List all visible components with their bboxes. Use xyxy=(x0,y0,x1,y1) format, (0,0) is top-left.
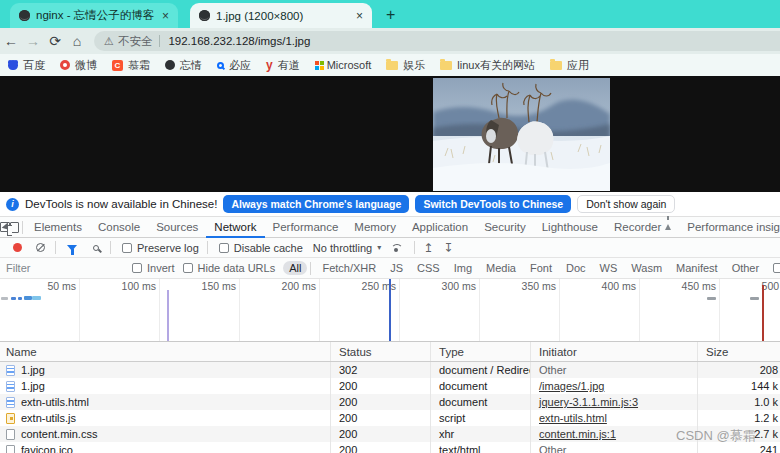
filter-funnel-icon[interactable] xyxy=(67,245,77,251)
table-row[interactable]: 1.jpg 200 document /images/1.jpg 144 k xyxy=(0,378,780,394)
bookmark-csdn[interactable]: C慕霜 xyxy=(112,58,150,73)
always-match-language-button[interactable]: Always match Chrome's language xyxy=(223,195,409,213)
tab-application[interactable]: Application xyxy=(404,217,476,238)
import-har-icon[interactable]: ↥ xyxy=(423,241,433,255)
tab-close-icon[interactable]: × xyxy=(162,9,169,23)
bookmark-weibo[interactable]: 微博 xyxy=(60,58,97,73)
hide-data-urls-checkbox[interactable] xyxy=(183,263,193,273)
request-status: 200 xyxy=(330,426,430,442)
request-name: 1.jpg xyxy=(21,380,45,392)
invert-checkbox[interactable] xyxy=(132,263,142,273)
device-toolbar-button[interactable] xyxy=(10,222,19,233)
reindeer-photo[interactable] xyxy=(433,78,610,191)
pill-media[interactable]: Media xyxy=(480,261,522,275)
search-icon[interactable] xyxy=(93,245,99,251)
request-initiator-link[interactable]: jquery-3.1.1.min.js:3 xyxy=(539,396,638,408)
pill-img[interactable]: Img xyxy=(448,261,478,275)
bookmark-youdao[interactable]: y有道 xyxy=(266,58,300,73)
tab-strip: nginx - 忘情公子的博客 × 1.jpg (1200×800) × + xyxy=(0,0,780,28)
new-tab-button[interactable]: + xyxy=(386,6,395,24)
column-header-initiator[interactable]: Initiator xyxy=(530,342,697,361)
tab-sources[interactable]: Sources xyxy=(148,217,206,238)
column-header-name[interactable]: Name xyxy=(0,346,330,358)
table-row[interactable]: extn-utils.js 200 script extn-utils.html… xyxy=(0,410,780,426)
pill-doc[interactable]: Doc xyxy=(560,261,592,275)
table-row[interactable]: extn-utils.html 200 document jquery-3.1.… xyxy=(0,394,780,410)
bookmark-microsoft[interactable]: Microsoft xyxy=(315,59,372,71)
switch-to-chinese-button[interactable]: Switch DevTools to Chinese xyxy=(415,195,571,213)
pill-fetch-xhr[interactable]: Fetch/XHR xyxy=(316,261,382,275)
timeline-tick: 400 ms xyxy=(560,279,640,341)
bookmark-baidu[interactable]: 百度 xyxy=(8,58,45,73)
column-header-size[interactable]: Size xyxy=(697,342,780,361)
tab-performance-insights[interactable]: Performance insights xyxy=(679,217,780,238)
url-text[interactable]: 192.168.232.128/imgs/1.jpg xyxy=(168,35,310,47)
hide-data-urls-label: Hide data URLs xyxy=(198,262,276,274)
bookmark-wangqing[interactable]: 忘情 xyxy=(165,58,202,73)
table-row[interactable]: favicon.ico 200 text/html Other 241 xyxy=(0,442,780,453)
tab-console[interactable]: Console xyxy=(90,217,148,238)
page-viewport xyxy=(0,76,780,192)
forward-button[interactable]: → xyxy=(22,33,44,49)
request-name: content.min.css xyxy=(21,428,97,440)
request-status: 200 xyxy=(330,410,430,426)
bookmark-folder-linux[interactable]: linux有关的网站 xyxy=(440,58,535,73)
has-blocked-cookies-checkbox[interactable] xyxy=(773,263,780,273)
tab-lighthouse[interactable]: Lighthouse xyxy=(534,217,606,238)
document-icon xyxy=(6,365,15,376)
waterfall-bar xyxy=(18,297,22,300)
invert-label: Invert xyxy=(147,262,175,274)
reload-button[interactable]: ⟳ xyxy=(44,33,66,49)
bookmark-label: 慕霜 xyxy=(128,58,150,73)
request-initiator-link[interactable]: content.min.js:1 xyxy=(539,428,616,440)
tab-network[interactable]: Network xyxy=(206,217,264,238)
tab-recorder[interactable]: Recorder xyxy=(606,217,679,238)
home-button[interactable]: ⌂ xyxy=(66,33,88,49)
request-name: extn-utils.html xyxy=(21,396,89,408)
request-initiator-link[interactable]: /images/1.jpg xyxy=(539,380,604,392)
tab-elements[interactable]: Elements xyxy=(26,217,90,238)
pill-manifest[interactable]: Manifest xyxy=(670,261,724,275)
throttling-select[interactable]: No throttling xyxy=(313,242,372,254)
address-bar[interactable]: ⚠ 不安全 192.168.232.128/imgs/1.jpg xyxy=(94,31,780,51)
disable-cache-checkbox[interactable] xyxy=(219,243,229,253)
pill-other[interactable]: Other xyxy=(726,261,766,275)
column-header-type[interactable]: Type xyxy=(430,342,530,361)
network-conditions-icon[interactable] xyxy=(390,244,402,251)
browser-tab-nginx[interactable]: nginx - 忘情公子的博客 × xyxy=(10,3,178,28)
table-row[interactable]: content.min.css 200 xhr content.min.js:1… xyxy=(0,426,780,442)
record-icon[interactable] xyxy=(13,243,22,252)
bookmark-folder-yule[interactable]: 娱乐 xyxy=(386,58,425,73)
browser-tab-1jpg[interactable]: 1.jpg (1200×800) × xyxy=(190,3,372,28)
timeline-tick: 50 ms xyxy=(0,279,80,341)
bookmark-label: 必应 xyxy=(229,58,251,73)
tab-memory[interactable]: Memory xyxy=(346,217,404,238)
tab-performance[interactable]: Performance xyxy=(265,217,347,238)
pill-css[interactable]: CSS xyxy=(411,261,446,275)
pill-js[interactable]: JS xyxy=(384,261,409,275)
preserve-log-checkbox[interactable] xyxy=(122,243,132,253)
column-header-status[interactable]: Status xyxy=(330,342,430,361)
folder-icon xyxy=(550,61,562,70)
bookmark-bing[interactable]: 必应 xyxy=(217,58,251,73)
clear-icon[interactable] xyxy=(36,243,45,252)
not-secure-warning-icon[interactable]: ⚠ xyxy=(104,35,114,48)
dont-show-again-button[interactable]: Don't show again xyxy=(577,195,675,213)
folder-icon xyxy=(386,61,398,70)
pill-all[interactable]: All xyxy=(283,261,307,275)
bookmark-folder-apps[interactable]: 应用 xyxy=(550,58,589,73)
request-initiator-link[interactable]: extn-utils.html xyxy=(539,412,607,424)
table-row[interactable]: 1.jpg 302 document / Redirect Other 208 xyxy=(0,362,780,378)
filter-input[interactable] xyxy=(6,262,124,274)
export-har-icon[interactable]: ↧ xyxy=(443,241,453,255)
network-overview-timeline[interactable]: 50 ms 100 ms 150 ms 200 ms 250 ms 300 ms… xyxy=(0,279,780,342)
pill-ws[interactable]: WS xyxy=(594,261,624,275)
tab-close-icon[interactable]: × xyxy=(356,9,363,23)
bookmark-label: linux有关的网站 xyxy=(457,58,535,73)
request-type: script xyxy=(430,410,530,426)
back-button[interactable]: ← xyxy=(0,33,22,49)
pill-wasm[interactable]: Wasm xyxy=(625,261,668,275)
timeline-marker-load xyxy=(762,285,764,341)
pill-font[interactable]: Font xyxy=(524,261,558,275)
tab-security[interactable]: Security xyxy=(476,217,534,238)
